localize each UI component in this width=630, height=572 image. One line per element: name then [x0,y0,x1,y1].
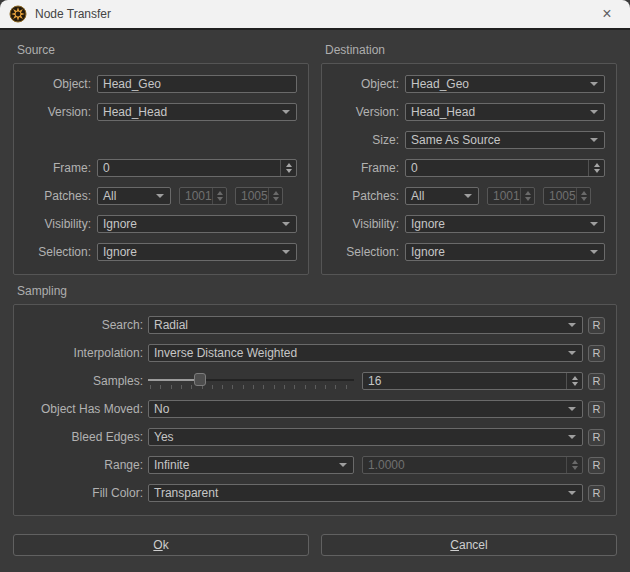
spinner-arrows [212,188,227,204]
range-value: 1.0000 [368,458,405,472]
source-group-frame: Object: Head_Geo Version: Head_Head Fram… [13,63,309,275]
interpolation-reset-button[interactable]: R [588,345,605,362]
bleed-edges-value: Yes [154,430,174,444]
destination-size-dropdown[interactable]: Same As Source [405,131,605,149]
close-icon[interactable]: × [590,0,624,28]
destination-visibility-dropdown[interactable]: Ignore [405,215,605,233]
spin-down-icon[interactable] [286,169,292,173]
destination-size-label: Size: [333,133,399,147]
spinner-arrows[interactable] [566,373,582,389]
dialog-content: Source Object: Head_Geo Version: Head_He… [0,30,630,572]
chevron-down-icon [590,82,598,86]
spin-up-icon[interactable] [572,376,578,380]
spinner-arrows[interactable] [588,160,604,176]
source-patches-dropdown[interactable]: All [97,187,171,205]
source-version-dropdown[interactable]: Head_Head [97,103,297,121]
samples-slider[interactable] [148,372,354,390]
spin-up-icon [525,191,531,195]
spin-down-icon[interactable] [572,382,578,386]
spin-up-icon[interactable] [594,163,600,167]
spin-up-icon [273,191,279,195]
cancel-button[interactable]: Cancel [321,534,617,556]
fill-color-dropdown[interactable]: Transparent [148,484,583,502]
source-patch-end-spinner[interactable]: 1005 [235,187,283,205]
samples-value: 16 [368,374,381,388]
bleed-edges-label: Bleed Edges: [25,430,143,444]
destination-version-label: Version: [333,105,399,119]
destination-group-frame: Object: Head_Geo Version: Head_Head Size… [321,63,617,275]
source-object-input[interactable]: Head_Geo [97,75,297,93]
spinner-arrows [576,188,591,204]
interpolation-dropdown[interactable]: Inverse Distance Weighted [148,344,583,362]
source-selection-dropdown[interactable]: Ignore [97,243,297,261]
chevron-down-icon [590,110,598,114]
chevron-down-icon [590,138,598,142]
range-value-spinner[interactable]: 1.0000 [362,456,583,474]
chevron-down-icon [156,194,164,198]
samples-spinner[interactable]: 16 [362,372,583,390]
fill-color-reset-button[interactable]: R [588,485,605,502]
source-visibility-dropdown[interactable]: Ignore [97,215,297,233]
source-selection-value: Ignore [103,245,137,259]
destination-section-title: Destination [321,42,617,63]
destination-version-value: Head_Head [411,105,475,119]
destination-patch-start-spinner[interactable]: 1001 [487,187,535,205]
destination-selection-dropdown[interactable]: Ignore [405,243,605,261]
destination-patch-start-value: 1001 [493,189,520,203]
destination-object-label: Object: [333,77,399,91]
slider-handle[interactable] [194,373,206,386]
destination-patches-dropdown[interactable]: All [405,187,479,205]
range-label: Range: [25,458,143,472]
chevron-down-icon [568,407,576,411]
destination-frame-label: Frame: [333,161,399,175]
spin-up-icon[interactable] [286,163,292,167]
titlebar[interactable]: Node Transfer × [0,0,630,30]
search-reset-button[interactable]: R [588,317,605,334]
source-frame-label: Frame: [25,161,91,175]
interpolation-label: Interpolation: [25,346,143,360]
chevron-down-icon [339,463,347,467]
range-reset-button[interactable]: R [588,457,605,474]
footer-buttons: Ok Cancel [13,534,617,556]
ok-button[interactable]: Ok [13,534,309,556]
source-frame-spinner[interactable]: 0 [97,159,297,177]
source-size-placeholder [25,131,297,149]
chevron-down-icon [590,250,598,254]
slider-ticks [150,385,354,389]
chevron-down-icon [282,222,290,226]
destination-patch-end-value: 1005 [549,189,576,203]
destination-visibility-value: Ignore [411,217,445,231]
slider-fill [148,379,200,381]
spin-up-icon [581,191,587,195]
object-has-moved-value: No [154,402,169,416]
destination-object-dropdown[interactable]: Head_Geo [405,75,605,93]
spinner-arrows [520,188,535,204]
chevron-down-icon [464,194,472,198]
spin-down-icon[interactable] [594,169,600,173]
range-mode-dropdown[interactable]: Infinite [148,456,354,474]
source-patches-label: Patches: [25,189,91,203]
sampling-group-frame: Search: Radial R Interpolation: Inverse … [13,304,617,516]
source-patch-start-spinner[interactable]: 1001 [179,187,227,205]
source-selection-label: Selection: [25,245,91,259]
bleed-edges-reset-button[interactable]: R [588,429,605,446]
spin-up-icon [217,191,223,195]
bleed-edges-dropdown[interactable]: Yes [148,428,583,446]
destination-version-dropdown[interactable]: Head_Head [405,103,605,121]
spin-down-icon [525,197,531,201]
spinner-arrows[interactable] [280,160,296,176]
destination-selection-label: Selection: [333,245,399,259]
search-dropdown[interactable]: Radial [148,316,583,334]
samples-reset-button[interactable]: R [588,373,605,390]
spinner-arrows [566,457,582,473]
destination-patch-end-spinner[interactable]: 1005 [543,187,591,205]
app-logo-icon [9,5,27,23]
object-has-moved-dropdown[interactable]: No [148,400,583,418]
object-has-moved-reset-button[interactable]: R [588,401,605,418]
destination-frame-spinner[interactable]: 0 [405,159,605,177]
fill-color-label: Fill Color: [25,486,143,500]
chevron-down-icon [568,491,576,495]
destination-selection-value: Ignore [411,245,445,259]
spin-down-icon [581,197,587,201]
source-object-label: Object: [25,77,91,91]
